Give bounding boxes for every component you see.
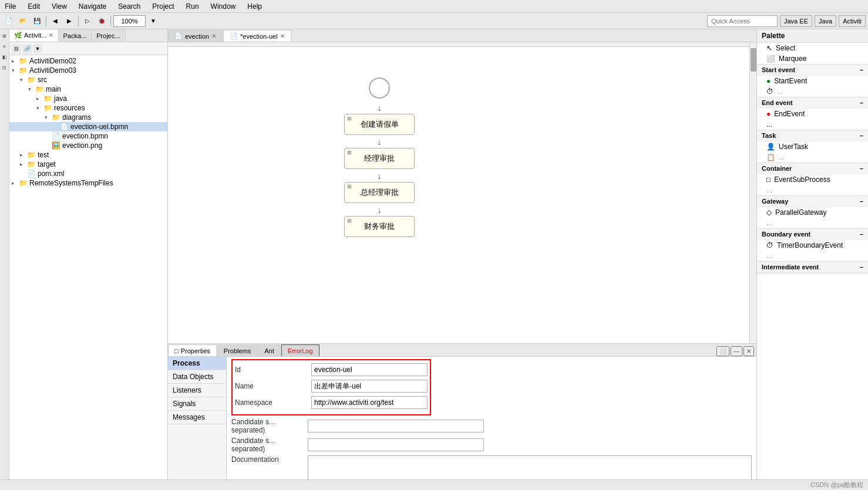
canvas-area[interactable]: ↓ ⊞ 创建请假单 ↓ ⊞ [168,42,756,343]
tree-item[interactable]: ▸📁java [9,94,167,103]
prop-sidebar-messages[interactable]: Messages [168,411,226,424]
tree-item[interactable]: 📄evection-uel.bpmn [9,122,167,131]
bpmn-task-3[interactable]: ⊞ 总经理审批 [344,182,415,203]
tree-item[interactable]: ▸📁test [9,150,167,160]
properties-maximize[interactable]: ⬜ [716,346,729,356]
side-icon-3[interactable]: ◧ [1,53,9,61]
side-icon-1[interactable]: ⊞ [1,32,9,40]
palette-item-boundarymore[interactable]: ... [757,251,868,261]
menu-file[interactable]: File [2,1,18,12]
palette-item-scripttask[interactable]: 📋 ... [757,152,868,163]
editor-tab-evection-uel[interactable]: 📄 *evection-uel ✕ [223,30,291,42]
palette-item-startevent[interactable]: ● StartEvent [757,76,868,86]
tree-item[interactable]: ▾📁src [9,75,167,85]
prop-input-id[interactable] [311,363,428,376]
properties-minimize[interactable]: — [731,346,742,356]
tree-item[interactable]: ▾📁ActivitiDemo03 [9,66,167,75]
prop-input-candidate2[interactable] [308,438,484,451]
menu-run[interactable]: Run [184,1,201,12]
side-icon-2[interactable]: ≡ [1,42,9,50]
prop-sidebar-process[interactable]: Process [168,357,226,370]
properties-tab-problems[interactable]: Problems [217,344,257,356]
explorer-link[interactable]: 🔗 [22,44,32,53]
tree-item[interactable]: ▾📁resources [9,103,167,113]
perspective-activiti[interactable]: Activiti [839,15,866,27]
tree-item[interactable]: ▸📁target [9,160,167,169]
properties-tab-properties[interactable]: □ Properties [168,344,217,356]
toolbar-back[interactable]: ◀ [49,15,62,28]
menu-help[interactable]: Help [245,1,264,12]
bpmn-task-1[interactable]: ⊞ 创建请假单 [344,114,415,135]
menu-project[interactable]: Project [150,1,176,12]
activiti-tab-close[interactable]: ✕ [49,32,53,38]
prop-sidebar-data-objects[interactable]: Data Objects [168,370,226,384]
palette-item-endevent[interactable]: ● EndEvent [757,109,868,119]
zoom-dropdown[interactable]: ▼ [147,15,160,28]
menu-search[interactable]: Search [116,1,143,12]
explorer-tab-activiti[interactable]: 🌿 Activit... ✕ [9,29,59,42]
quick-access-input[interactable] [707,15,778,27]
side-icon-4[interactable]: ⊡ [1,63,9,72]
explorer-tab-project[interactable]: Projec... [92,29,125,42]
palette-item-select[interactable]: ↖ Select [757,43,868,53]
tree-item[interactable]: 📄pom.xml [9,169,167,178]
evection-tab-close[interactable]: ✕ [211,33,216,39]
explorer-tab-package[interactable]: Packa... [59,29,92,42]
toolbar-save[interactable]: 💾 [31,15,43,28]
palette-item-endmore[interactable]: ... [757,119,868,130]
menu-navigate[interactable]: Navigate [76,1,109,12]
menu-view[interactable]: View [49,1,69,12]
toolbar-new[interactable]: 📄 [2,15,15,28]
properties-close[interactable]: ✕ [743,346,754,356]
toolbar-run[interactable]: ▷ [81,15,94,28]
bpmn-task-4[interactable]: ⊞ 财务审批 [344,216,415,237]
prop-input-name[interactable] [311,380,428,393]
tree-icon: 📄 [52,132,60,140]
palette-item-parallelgateway[interactable]: ◇ ParallelGateway [757,207,868,218]
palette-item-timerboundary[interactable]: ⏱ TimerBoundaryEvent [757,240,868,251]
palette-section-boundary-header[interactable]: Boundary event – [757,229,868,240]
canvas-top-scroll[interactable] [168,42,749,47]
editor-tab-evection[interactable]: 📄 evection ✕ [168,30,223,42]
tree-item[interactable]: ▸📁RemoteSystemsTempFiles [9,178,167,188]
canvas-scroll-thumb[interactable] [751,48,756,72]
tree-item[interactable]: 🖼️evection.png [9,141,167,150]
zoom-input[interactable]: 100% [113,15,146,27]
prop-input-candidate1[interactable] [308,420,484,432]
tree-item[interactable]: ▸📁ActivitiDemo02 [9,56,167,66]
bpmn-start-event[interactable] [369,77,390,99]
toolbar-open[interactable]: 📂 [16,15,29,28]
perspective-java[interactable]: Java [815,15,836,27]
perspective-javaee[interactable]: Java EE [780,15,812,27]
palette-item-marquee[interactable]: ⬜ Marquee [757,53,868,64]
evection-uel-tab-close[interactable]: ✕ [280,33,285,39]
palette-item-exclusivegateway[interactable]: ... [757,218,868,228]
properties-tab-ant[interactable]: Ant [258,344,281,356]
tree-item[interactable]: ▾📁diagrams [9,113,167,122]
menu-edit[interactable]: Edit [25,1,42,12]
palette-section-intermediate-header[interactable]: Intermediate event – [757,262,868,273]
explorer-menu[interactable]: ▼ [33,44,42,53]
tree-item[interactable]: ▾📁main [9,85,167,94]
toolbar-debug[interactable]: 🐞 [95,15,108,28]
prop-input-namespace[interactable] [311,396,428,409]
canvas-scrollbar[interactable] [749,42,756,343]
prop-sidebar-listeners[interactable]: Listeners [168,384,226,397]
explorer-collapse[interactable]: ⊟ [12,44,21,53]
toolbar-forward[interactable]: ▶ [63,15,76,28]
palette-item-subprocessmore[interactable]: ... [757,185,868,195]
palette-item-eventsubprocess[interactable]: □ EventSubProcess [757,174,868,185]
palette-item-timerstart[interactable]: ⏱ ... [757,86,868,97]
palette-section-start-header[interactable]: Start event – [757,65,868,76]
tree-item[interactable]: 📄evection.bpmn [9,131,167,141]
palette-section-container-header[interactable]: Container – [757,163,868,174]
bpmn-task-2[interactable]: ⊞ 经理审批 [344,148,415,169]
palette-section-task-header[interactable]: Task – [757,130,868,141]
palette-section-gateway-header[interactable]: Gateway – [757,196,868,207]
palette-item-usertask[interactable]: 👤 UserTask [757,141,868,152]
tree-label: main [46,85,61,93]
palette-section-end-header[interactable]: End event – [757,97,868,109]
menu-window[interactable]: Window [208,1,238,12]
properties-tab-errorlog[interactable]: ErrorLog [281,344,319,356]
prop-sidebar-signals[interactable]: Signals [168,397,226,411]
